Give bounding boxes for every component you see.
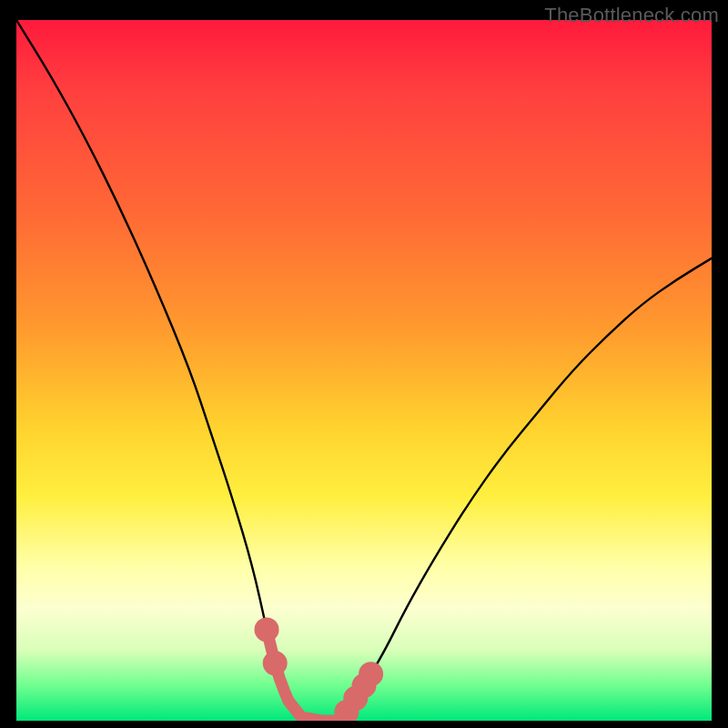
heat-gradient-background — [16, 20, 712, 721]
watermark-text: TheBottleneck.com — [544, 4, 719, 27]
plot-area — [16, 20, 712, 721]
chart-stage: TheBottleneck.com — [0, 0, 728, 728]
